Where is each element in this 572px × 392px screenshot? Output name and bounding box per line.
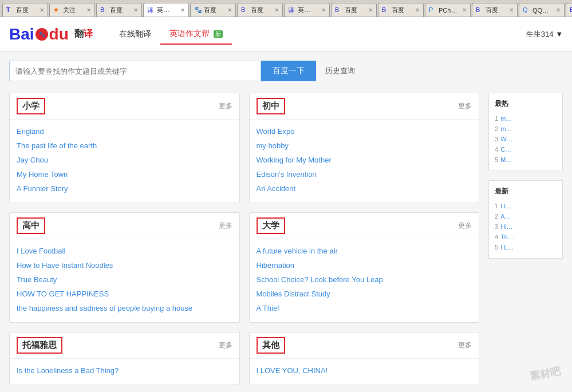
high-more[interactable]: 更多: [219, 221, 232, 231]
header-user[interactable]: 生生314 ▼: [526, 29, 563, 39]
list-item[interactable]: the happiness and sadness of people buyi…: [17, 301, 232, 315]
tab-3[interactable]: B 百度 ✕: [96, 3, 142, 17]
other-title: 其他: [257, 337, 285, 354]
list-item[interactable]: School Choice? Look before You Leap: [257, 272, 472, 287]
list-item[interactable]: I LOVE YOU, CHINA!: [257, 363, 472, 378]
sidebar-new-item-1[interactable]: 1 I L…: [495, 201, 557, 211]
sidebar-new-item-3[interactable]: 3 Hi…: [495, 221, 557, 232]
tab-10-close[interactable]: ✕: [460, 7, 467, 13]
sidebar-hot-item-1[interactable]: 1 m…: [495, 113, 557, 124]
list-item[interactable]: England: [17, 124, 232, 138]
search-button[interactable]: 百度一下: [261, 61, 316, 81]
tab-9[interactable]: B 百度 ✕: [378, 3, 424, 17]
list-item[interactable]: The past life of the earth: [17, 138, 232, 153]
tab-7[interactable]: 译 英… ✕: [284, 3, 330, 17]
elementary-more[interactable]: 更多: [219, 101, 232, 111]
toefl-more[interactable]: 更多: [219, 340, 232, 350]
tab-8-close[interactable]: ✕: [366, 7, 373, 13]
tab-10-label: PCh…: [439, 7, 457, 14]
tab-12-close[interactable]: ✕: [554, 7, 561, 13]
other-more[interactable]: 更多: [458, 340, 472, 350]
sidebar-new-text-2: A…: [500, 213, 511, 220]
history-button[interactable]: 历史查询: [325, 66, 355, 76]
middle-more[interactable]: 更多: [458, 101, 472, 111]
search-input[interactable]: [9, 61, 261, 81]
tab-8[interactable]: B 百度 ✕: [331, 3, 377, 17]
sidebar-hot-num-5: 5: [495, 156, 498, 163]
toefl-header: 托福雅思 更多: [10, 332, 239, 359]
right-column: 初中 更多 World Expo my hobby Working for My…: [249, 93, 480, 392]
list-item[interactable]: A future vehicle in the air: [257, 244, 472, 258]
list-item[interactable]: An Accident: [257, 181, 472, 196]
tab-1-close[interactable]: ✕: [38, 7, 44, 13]
tab-8-icon: B: [335, 6, 343, 14]
tab-13[interactable]: B 百度 ✕: [566, 3, 572, 17]
tab-1[interactable]: T 百度 ✕: [2, 3, 48, 17]
list-item[interactable]: I Love Football: [17, 244, 232, 258]
list-item[interactable]: World Expo: [257, 124, 472, 138]
tab-2-close[interactable]: ✕: [85, 7, 91, 13]
middle-header: 初中 更多: [250, 93, 479, 120]
list-item[interactable]: Hibernation: [257, 258, 472, 272]
tab-5-close[interactable]: ✕: [226, 7, 232, 13]
main-content: 百度一下 历史查询 小学 更多 England The past life of…: [0, 52, 572, 392]
toefl-section: 托福雅思 更多 Is the Loneliness a Bad Thing?: [9, 332, 240, 385]
tab-4[interactable]: 译 英… ✕: [143, 3, 189, 17]
tab-6-close[interactable]: ✕: [273, 7, 279, 13]
tab-12-label: QQ…: [532, 7, 549, 14]
tab-10[interactable]: P PCh… ✕: [425, 3, 471, 17]
tab-11-icon: B: [476, 6, 484, 14]
sidebar-new-title: 最新: [495, 187, 557, 196]
sidebar-new-num-3: 3: [495, 223, 498, 230]
tab-5-label: 百度: [204, 6, 216, 14]
tab-10-icon: P: [429, 6, 437, 14]
list-item[interactable]: Mobiles Distract Study: [257, 287, 472, 301]
list-item[interactable]: Working for My Mother: [257, 153, 472, 167]
list-item[interactable]: True Beauty: [17, 272, 232, 287]
tab-6[interactable]: B 百度 ✕: [237, 3, 283, 17]
tab-7-close[interactable]: ✕: [319, 7, 326, 13]
list-item[interactable]: my hobby: [257, 138, 472, 153]
list-item[interactable]: HOW TO GET HAPPINESS: [17, 287, 232, 301]
browser-tabs-bar: T 百度 ✕ ★ 关注 ✕ B 百度 ✕ 译 英… ✕ 🐾 百度 ✕ B 百度 …: [0, 0, 572, 17]
list-item[interactable]: A Thief: [257, 301, 472, 315]
sidebar-new-item-4[interactable]: 4 Th…: [495, 232, 557, 242]
nav-essay-helper[interactable]: 英语作文帮 新: [160, 24, 232, 45]
list-item[interactable]: A Funnier Story: [17, 181, 232, 196]
list-item[interactable]: My Home Town: [17, 167, 232, 181]
sidebar-hot-item-4[interactable]: 4 C…: [495, 144, 557, 155]
tab-4-icon: 译: [147, 6, 155, 14]
tab-2[interactable]: ★ 关注 ✕: [49, 3, 95, 17]
list-item[interactable]: How to Have Instant Noodles: [17, 258, 232, 272]
sidebar-new-num-5: 5: [495, 244, 498, 251]
tab-11[interactable]: B 百度 ✕: [472, 3, 518, 17]
list-item[interactable]: Is the Loneliness a Bad Thing?: [17, 363, 232, 378]
tab-9-close[interactable]: ✕: [413, 7, 420, 13]
tab-6-icon: B: [241, 6, 249, 14]
sidebar-new-item-2[interactable]: 2 A…: [495, 211, 557, 221]
university-more[interactable]: 更多: [458, 221, 472, 231]
tab-7-label: 英…: [298, 6, 310, 14]
sidebar-new-num-4: 4: [495, 233, 498, 240]
sidebar-hot-item-3[interactable]: 3 W…: [495, 134, 557, 144]
high-title: 高中: [17, 217, 45, 234]
nav-online-translate[interactable]: 在线翻译: [110, 25, 160, 44]
list-item[interactable]: Jay Chou: [17, 153, 232, 167]
tab-11-close[interactable]: ✕: [507, 7, 514, 13]
nav-new-badge: 新: [214, 30, 223, 38]
elementary-title: 小学: [17, 98, 45, 114]
tab-6-label: 百度: [251, 6, 263, 14]
university-links: A future vehicle in the air Hibernation …: [250, 239, 479, 322]
tab-3-close[interactable]: ✕: [132, 7, 138, 13]
tab-4-close[interactable]: ✕: [179, 7, 185, 13]
elementary-links: England The past life of the earth Jay C…: [10, 120, 239, 203]
tab-12[interactable]: Q QQ… ✕: [519, 3, 565, 17]
list-item[interactable]: Edison's Invention: [257, 167, 472, 181]
sidebar-new-item-5[interactable]: 5 I L…: [495, 242, 557, 252]
sidebar-hot-item-2[interactable]: 2 m…: [495, 124, 557, 134]
tab-5[interactable]: 🐾 百度 ✕: [190, 3, 236, 17]
sidebar-hot-num-4: 4: [495, 146, 498, 153]
tab-1-label: 百度: [16, 6, 29, 14]
elementary-header: 小学 更多: [10, 93, 239, 120]
sidebar-hot-item-5[interactable]: 5 M…: [495, 155, 557, 165]
